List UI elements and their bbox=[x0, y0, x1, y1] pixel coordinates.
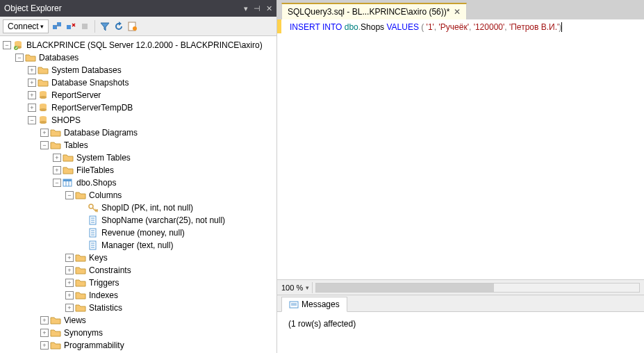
dbo-shops-node[interactable]: −dbo.Shops bbox=[0, 176, 276, 189]
messages-tab[interactable]: Messages bbox=[281, 297, 347, 312]
col-revenue-label: Revenue (money, null) bbox=[101, 228, 185, 238]
script-icon[interactable] bbox=[127, 21, 138, 32]
sql-line: INSERT INTO dbo.Shops VALUES ( '1', 'Руч… bbox=[290, 22, 562, 32]
expand-icon[interactable]: + bbox=[40, 129, 49, 137]
dropdown-icon[interactable]: ▾ bbox=[244, 4, 248, 13]
folder-icon bbox=[50, 340, 61, 351]
col-revenue-node[interactable]: Revenue (money, null) bbox=[0, 227, 276, 239]
messages-icon bbox=[289, 299, 299, 309]
object-explorer-panel: Object Explorer ▾ ⊣ ✕ Connect ▾ −BLACKPR… bbox=[0, 0, 277, 353]
folder-icon bbox=[50, 127, 61, 138]
expand-icon[interactable]: + bbox=[28, 91, 36, 99]
expand-icon[interactable]: + bbox=[65, 304, 74, 312]
collapse-icon[interactable]: − bbox=[53, 179, 61, 187]
schema: dbo bbox=[345, 22, 358, 32]
filetables-node[interactable]: +FileTables bbox=[0, 164, 276, 176]
stop-icon[interactable] bbox=[79, 21, 90, 32]
object-explorer-toolbar: Connect ▾ bbox=[0, 17, 276, 36]
shops-node[interactable]: −SHOPS bbox=[0, 114, 276, 126]
expand-icon[interactable]: + bbox=[53, 166, 61, 174]
zoom-value: 100 % bbox=[281, 284, 303, 292]
statistics-label: Statistics bbox=[89, 303, 122, 313]
expand-icon[interactable]: + bbox=[40, 329, 49, 337]
editor-tab[interactable]: SQLQuery3.sql - BL...KPRINCE\axiro (56))… bbox=[281, 3, 467, 19]
sql-editor[interactable]: INSERT INTO dbo.Shops VALUES ( '1', 'Руч… bbox=[277, 19, 644, 279]
expand-icon[interactable]: + bbox=[65, 279, 74, 287]
val2: 'Ручеёк' bbox=[439, 22, 469, 32]
expand-icon[interactable]: + bbox=[28, 66, 36, 74]
expand-icon[interactable]: + bbox=[65, 291, 74, 299]
collapse-icon[interactable]: − bbox=[40, 141, 49, 149]
diagrams-label: Database Diagrams bbox=[64, 128, 138, 138]
col-shopid-node[interactable]: ShopID (PK, int, not null) bbox=[0, 202, 276, 214]
reportservertmp-node[interactable]: +ReportServerTempDB bbox=[0, 101, 276, 114]
collapse-icon[interactable]: − bbox=[15, 54, 24, 62]
horizontal-scrollbar[interactable] bbox=[315, 283, 640, 293]
systables-label: System Tables bbox=[76, 153, 131, 163]
collapse-icon[interactable]: − bbox=[3, 41, 11, 49]
expand-icon[interactable]: + bbox=[40, 341, 49, 350]
views-node[interactable]: +Views bbox=[0, 314, 276, 327]
expand-icon[interactable]: + bbox=[28, 104, 36, 112]
keys-node[interactable]: +Keys bbox=[0, 252, 276, 264]
folder-icon bbox=[75, 265, 86, 276]
close-icon[interactable]: ✕ bbox=[454, 7, 461, 17]
val4: 'Петров В.И.' bbox=[509, 22, 559, 32]
refresh-icon[interactable] bbox=[113, 21, 124, 32]
programmability-node[interactable]: +Programmability bbox=[0, 339, 276, 352]
triggers-node[interactable]: +Triggers bbox=[0, 277, 276, 289]
folder-icon bbox=[63, 165, 74, 176]
zoom-dropdown[interactable]: ▾ bbox=[306, 284, 309, 291]
folder-icon bbox=[75, 252, 86, 263]
constraints-node[interactable]: +Constraints bbox=[0, 264, 276, 277]
columns-node[interactable]: −Columns bbox=[0, 189, 276, 202]
statistics-node[interactable]: +Statistics bbox=[0, 302, 276, 314]
sysdb-node[interactable]: +System Databases bbox=[0, 64, 276, 76]
filter-icon[interactable] bbox=[99, 21, 110, 32]
server-label: BLACKPRINCE (SQL Server 12.0.2000 - BLAC… bbox=[26, 40, 263, 50]
systables-node[interactable]: +System Tables bbox=[0, 151, 276, 164]
expand-icon[interactable]: + bbox=[28, 79, 36, 87]
folder-icon bbox=[50, 315, 61, 326]
tables-node[interactable]: −Tables bbox=[0, 139, 276, 151]
val3: '120000' bbox=[474, 22, 505, 32]
panel-title: Object Explorer bbox=[4, 3, 62, 13]
synonyms-node[interactable]: +Synonyms bbox=[0, 327, 276, 339]
col-shopid-label: ShopID (PK, int, not null) bbox=[101, 203, 193, 213]
blank bbox=[78, 229, 86, 237]
diagrams-node[interactable]: +Database Diagrams bbox=[0, 126, 276, 139]
tree-view[interactable]: −BLACKPRINCE (SQL Server 12.0.2000 - BLA… bbox=[0, 36, 276, 353]
columns-label: Columns bbox=[89, 190, 122, 200]
disconnect-icon[interactable] bbox=[65, 21, 76, 32]
connect-server-icon[interactable] bbox=[51, 21, 63, 32]
col-shopname-node[interactable]: ShopName (varchar(25), not null) bbox=[0, 214, 276, 227]
messages-output[interactable]: (1 row(s) affected) bbox=[277, 311, 644, 353]
kw-insert-into: INSERT INTO bbox=[290, 22, 342, 32]
pin-icon[interactable]: ⊣ bbox=[254, 4, 261, 13]
table: Shops bbox=[361, 22, 384, 32]
collapse-icon[interactable]: − bbox=[28, 116, 36, 124]
blank bbox=[78, 216, 86, 224]
messages-text: (1 row(s) affected) bbox=[288, 319, 633, 329]
messages-tab-label: Messages bbox=[302, 299, 340, 309]
snap-node[interactable]: +Database Snapshots bbox=[0, 76, 276, 89]
reportserver-node[interactable]: +ReportServer bbox=[0, 89, 276, 101]
databases-node[interactable]: −Databases bbox=[0, 51, 276, 64]
server-node[interactable]: −BLACKPRINCE (SQL Server 12.0.2000 - BLA… bbox=[0, 39, 276, 51]
folder-icon bbox=[75, 302, 86, 313]
scrollbar-thumb[interactable] bbox=[316, 284, 494, 292]
close-icon[interactable]: ✕ bbox=[266, 4, 272, 13]
svg-rect-5 bbox=[82, 24, 88, 29]
expand-icon[interactable]: + bbox=[53, 154, 61, 162]
snap-label: Database Snapshots bbox=[51, 78, 129, 88]
results-tabstrip: Messages bbox=[277, 295, 644, 311]
col-manager-node[interactable]: Manager (text, null) bbox=[0, 239, 276, 252]
collapse-icon[interactable]: − bbox=[65, 191, 74, 199]
dbo-shops-label: dbo.Shops bbox=[76, 178, 116, 188]
separator bbox=[312, 282, 313, 293]
connect-button[interactable]: Connect ▾ bbox=[3, 19, 49, 33]
expand-icon[interactable]: + bbox=[40, 316, 49, 325]
expand-icon[interactable]: + bbox=[65, 254, 74, 262]
expand-icon[interactable]: + bbox=[65, 266, 74, 274]
indexes-node[interactable]: +Indexes bbox=[0, 289, 276, 302]
